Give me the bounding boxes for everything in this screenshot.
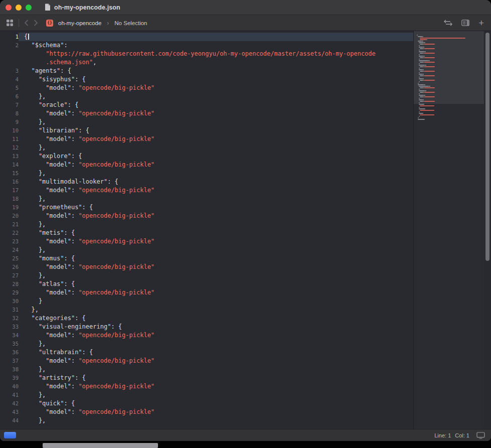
- code-line[interactable]: 15 },: [0, 169, 413, 178]
- code-line[interactable]: 40 "model": "opencode/big-pickle": [0, 382, 413, 391]
- code-line[interactable]: 27 },: [0, 271, 413, 280]
- code-line[interactable]: 37 "model": "opencode/big-pickle": [0, 357, 413, 365]
- code-line[interactable]: 6 },: [0, 92, 413, 101]
- code-token: :: [71, 238, 78, 245]
- code-line[interactable]: 4 "sisyphus": {: [0, 75, 413, 84]
- code-line[interactable]: 42 "quick": {: [0, 399, 413, 408]
- line-number: 34: [0, 331, 19, 340]
- code-token: },: [24, 340, 46, 347]
- minimap-bar: [419, 111, 420, 112]
- line-number: 30: [0, 297, 19, 306]
- code-editor[interactable]: 1{2 "$schema": "https://raw.githubuserco…: [0, 31, 413, 429]
- code-line[interactable]: 34 "model": "opencode/big-pickle": [0, 331, 413, 340]
- scrollbar-thumb[interactable]: [485, 33, 489, 261]
- blue-status-badge[interactable]: [4, 432, 16, 438]
- editor-options-icon[interactable]: [461, 20, 469, 26]
- minimap-bar: [418, 41, 422, 42]
- code-line[interactable]: 11 "model": "opencode/big-pickle": [0, 135, 413, 143]
- code-line[interactable]: 12 },: [0, 143, 413, 152]
- code-line[interactable]: 29 "model": "opencode/big-pickle": [0, 288, 413, 297]
- code-line[interactable]: 38 },: [0, 365, 413, 374]
- json-file-icon: {}: [46, 20, 53, 27]
- minimap[interactable]: [413, 31, 484, 429]
- code-line[interactable]: 10 "librarian": {: [0, 126, 413, 135]
- related-items-button[interactable]: [6, 19, 14, 27]
- minimap-bar: [424, 51, 426, 52]
- minimap-bar: [419, 69, 422, 70]
- minimap-bar: [424, 92, 435, 93]
- code-token: : {: [75, 374, 86, 381]
- minimap-bar: [424, 66, 435, 67]
- code-line[interactable]: 31 },: [0, 306, 413, 314]
- minimap-bar: [424, 95, 425, 96]
- line-number: 26: [0, 263, 19, 271]
- code-token: "model": [24, 84, 71, 91]
- code-token: :: [71, 84, 78, 91]
- code-token: "model": [24, 238, 71, 245]
- code-line[interactable]: 19 "prometheus": {: [0, 203, 413, 212]
- back-button[interactable]: [24, 20, 29, 26]
- code-line[interactable]: 1{: [0, 33, 413, 41]
- code-line[interactable]: 9 },: [0, 118, 413, 126]
- minimap-line: [417, 68, 482, 69]
- code-line[interactable]: 43 "model": "opencode/big-pickle": [0, 408, 413, 416]
- breadcrumb-item-file[interactable]: oh-my-opencode: [58, 20, 101, 26]
- code-line[interactable]: 41 },: [0, 391, 413, 399]
- code-line[interactable]: 35 },: [0, 340, 413, 348]
- code-line[interactable]: 39 "artistry": {: [0, 374, 413, 382]
- code-token: "model": [24, 383, 71, 390]
- minimap-bar: [424, 62, 435, 63]
- display-icon[interactable]: [476, 432, 485, 439]
- minimap-bar: [419, 42, 424, 43]
- code-token: : {: [111, 323, 122, 330]
- code-token: "oracle": [24, 101, 68, 108]
- minimap-line: [417, 96, 482, 97]
- code-line-content: "atlas": {: [19, 280, 413, 288]
- code-line[interactable]: 44 },: [0, 416, 413, 425]
- code-line[interactable]: 7 "oracle": {: [0, 101, 413, 109]
- code-line[interactable]: 17 "model": "opencode/big-pickle": [0, 186, 413, 195]
- code-line-content: "sisyphus": {: [19, 75, 413, 84]
- line-number: 40: [0, 382, 19, 391]
- code-line[interactable]: 8 "model": "opencode/big-pickle": [0, 109, 413, 118]
- close-button[interactable]: [6, 5, 12, 11]
- code-line[interactable]: 18 },: [0, 195, 413, 203]
- code-line[interactable]: 23 "model": "opencode/big-pickle": [0, 237, 413, 246]
- code-line[interactable]: 28 "atlas": {: [0, 280, 413, 288]
- code-review-arrows-icon[interactable]: [444, 20, 452, 26]
- code-line[interactable]: 22 "metis": {: [0, 229, 413, 237]
- scrollbar[interactable]: [484, 31, 491, 429]
- code-line[interactable]: 2 "$schema":: [0, 41, 413, 50]
- code-line[interactable]: .schema.json",: [0, 58, 413, 67]
- minimize-button[interactable]: [16, 5, 22, 11]
- breadcrumb-item-selection[interactable]: No Selection: [114, 20, 147, 26]
- code-line[interactable]: 16 "multimodal-looker": {: [0, 178, 413, 186]
- code-line[interactable]: 25 "momus": {: [0, 254, 413, 263]
- code-line[interactable]: 20 "model": "opencode/big-pickle": [0, 212, 413, 220]
- forward-button[interactable]: [34, 20, 38, 26]
- code-line[interactable]: 24 },: [0, 246, 413, 254]
- code-line[interactable]: 21 },: [0, 220, 413, 229]
- minimap-line: [417, 75, 482, 76]
- line-number: [0, 50, 19, 58]
- minimap-line: [417, 47, 482, 48]
- code-token: "atlas": [24, 280, 64, 287]
- code-line[interactable]: 32 "categories": {: [0, 314, 413, 323]
- line-number: 35: [0, 340, 19, 348]
- code-line[interactable]: "https://raw.githubusercontent.com/code-…: [0, 50, 413, 58]
- code-line[interactable]: 3 "agents": {: [0, 67, 413, 75]
- code-line[interactable]: 26 "model": "opencode/big-pickle": [0, 263, 413, 271]
- minimap-bar: [419, 98, 420, 99]
- code-line[interactable]: 30 }: [0, 297, 413, 306]
- line-number: 32: [0, 314, 19, 323]
- add-editor-button[interactable]: +: [478, 20, 484, 27]
- code-line[interactable]: 5 "model": "opencode/big-pickle": [0, 84, 413, 92]
- code-token: :: [71, 332, 78, 339]
- code-line[interactable]: 13 "explore": {: [0, 152, 413, 161]
- zoom-button[interactable]: [26, 5, 32, 11]
- code-token: "opencode/big-pickle": [78, 84, 154, 91]
- code-line[interactable]: 33 "visual-engineering": {: [0, 323, 413, 331]
- code-line[interactable]: 14 "model": "opencode/big-pickle": [0, 161, 413, 169]
- minimap-bar: [420, 48, 423, 49]
- code-line[interactable]: 36 "ultrabrain": {: [0, 348, 413, 357]
